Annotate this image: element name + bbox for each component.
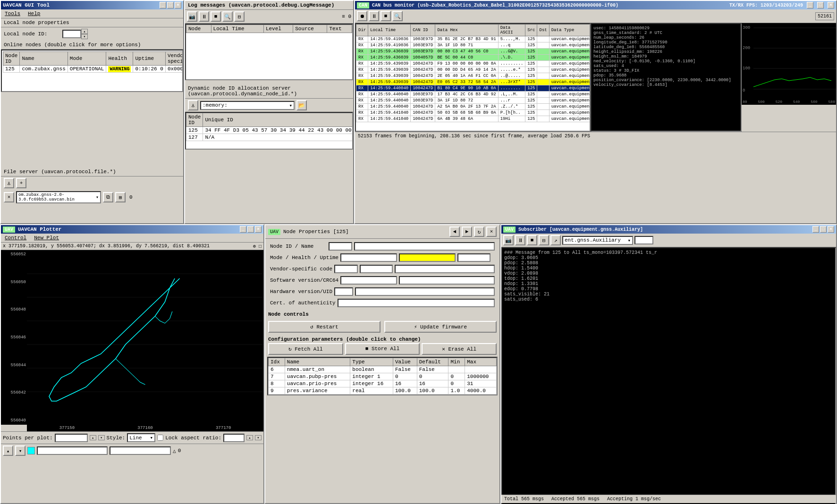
table-row[interactable]: RX 14:25:59.440040 1004247D B1 80 C4 9E … bbox=[356, 85, 591, 92]
close-btn[interactable]: × bbox=[175, 2, 181, 8]
vendor-hex-field[interactable]: 0x0000 bbox=[360, 265, 393, 273]
software-crc-field[interactable]: 0xee2cdd71560b837b bbox=[399, 276, 495, 285]
control-menu[interactable]: Control bbox=[3, 235, 28, 241]
memory-dropdown[interactable]: :memory: ▾ bbox=[200, 101, 295, 110]
sub-camera-btn[interactable]: 📷 bbox=[503, 235, 514, 245]
sub-fwd-btn[interactable]: ↗ bbox=[550, 235, 561, 245]
plot-color-btn[interactable] bbox=[27, 447, 35, 454]
file-copy-btn[interactable]: ⧉ bbox=[103, 192, 113, 202]
software-version-field[interactable]: 3.0.0c0761d0 bbox=[340, 276, 397, 285]
points-up[interactable]: ▴ bbox=[90, 435, 96, 440]
log-clear-btn[interactable]: ■ bbox=[211, 11, 221, 22]
table-row[interactable]: RX 14:25:59.439039 1004247D F9 13 00 00 … bbox=[356, 61, 591, 67]
sub-close-btn[interactable]: × bbox=[828, 226, 834, 233]
can-pause-btn[interactable]: ⏸ bbox=[369, 11, 379, 21]
table-row[interactable]: RX 14:25:59.439039 1004247D 2E 05 40 1A … bbox=[356, 73, 591, 79]
plot-field-input[interactable]: msg.latitude_deg_1e8/1e4 bbox=[110, 446, 171, 455]
table-row[interactable]: RX 14:25:59.441040 1004247D 50 03 5B 68 … bbox=[356, 110, 591, 116]
uptime-field[interactable]: 0:10:26 bbox=[457, 253, 490, 262]
plot-type-input[interactable]: uavcan.equipment.gnss.Fix bbox=[37, 446, 108, 455]
local-node-id-input[interactable]: 127 bbox=[62, 30, 81, 38]
table-row[interactable]: RX 14:25:59.441040 1004247D 6A 4B 39 48 … bbox=[356, 116, 591, 122]
sub-filter-btn[interactable]: ⊟ bbox=[539, 235, 549, 245]
sub-pause-btn[interactable]: ⏸ bbox=[515, 235, 525, 245]
can-filter-btn[interactable]: 🔍 bbox=[392, 11, 403, 21]
update-firmware-btn[interactable]: ⚡ Update firmware bbox=[384, 321, 497, 333]
sub-minimize-btn[interactable]: _ bbox=[812, 226, 819, 233]
aspect-up[interactable]: ▴ bbox=[246, 435, 253, 440]
node-id-down-btn[interactable]: ▾ bbox=[81, 34, 88, 39]
plot-down-btn[interactable]: ▾ bbox=[15, 445, 25, 456]
style-dropdown[interactable]: Line ▾ bbox=[127, 433, 155, 442]
node-nav-next[interactable]: ► bbox=[462, 227, 472, 237]
table-row[interactable]: RX 14:25:59.436039 1003E97D 00 80 C3 47 … bbox=[356, 49, 591, 55]
plotter-minimize-btn[interactable]: _ bbox=[240, 226, 246, 233]
table-row[interactable]: 127 N/A bbox=[186, 134, 354, 141]
log-filter-btn[interactable]: ⊟ bbox=[234, 11, 245, 22]
table-row[interactable]: 125 com.zubax.gnss OPERATIONAL WARNING 0… bbox=[3, 66, 184, 73]
help-menu[interactable]: Help bbox=[26, 10, 42, 17]
aspect-down[interactable]: ▾ bbox=[255, 435, 262, 440]
can-maximize-btn[interactable]: □ bbox=[817, 2, 824, 8]
sub-rate-input[interactable]: 100 bbox=[634, 236, 653, 244]
can-record-btn[interactable]: ⏺ bbox=[357, 11, 367, 21]
fetch-all-btn[interactable]: ↻ Fetch All bbox=[268, 343, 343, 355]
can-stop-btn[interactable]: ■ bbox=[380, 11, 391, 21]
table-row[interactable]: 8 uavcan.prio-pres integer 16 16 16 0 31 bbox=[269, 380, 497, 387]
node-nav-close[interactable]: × bbox=[486, 227, 497, 237]
plot-up-btn[interactable]: ▴ bbox=[3, 445, 13, 456]
node-nav-refresh[interactable]: ↻ bbox=[474, 227, 484, 237]
hardware-version-field[interactable]: 2.0 bbox=[334, 287, 353, 296]
lock-aspect-checkbox[interactable] bbox=[157, 435, 163, 441]
node-id-up-btn[interactable]: ▴ bbox=[81, 29, 88, 34]
local-node-id-spinbox[interactable]: 127 ▴ ▾ bbox=[62, 29, 88, 39]
mode-field[interactable]: OPERATIONAL (0) bbox=[340, 253, 397, 262]
node-name-field[interactable]: com.zubax.gnss bbox=[354, 242, 495, 251]
table-row[interactable]: RX 14:25:59.439039 1004247D 00 00 DD D4 … bbox=[356, 67, 591, 73]
cert-field[interactable] bbox=[338, 299, 495, 307]
file-server-add-btn[interactable]: + bbox=[16, 178, 26, 188]
table-row[interactable]: RX 14:25:59.419036 1003E97D 3A 1F 1D 80 … bbox=[356, 42, 591, 49]
health-field[interactable]: WARNING (1) bbox=[399, 253, 456, 262]
vendor-binary-field[interactable]: 0b00000000_00000000 bbox=[395, 265, 495, 273]
file-server-path-dropdown[interactable]: om.zubax.gnss-2.0-3.0.fc69b53.uavcan.bin… bbox=[16, 191, 101, 203]
can-close-btn[interactable]: × bbox=[828, 2, 834, 8]
tools-menu[interactable]: Tools bbox=[3, 10, 22, 17]
sub-maximize-btn[interactable]: □ bbox=[820, 226, 827, 233]
node-id-field[interactable]: 125 bbox=[329, 242, 352, 251]
plotter-close-btn[interactable]: × bbox=[255, 226, 262, 233]
points-down[interactable]: ▾ bbox=[98, 435, 105, 440]
table-row[interactable]: RX 14:25:59.440040 1004247D A2 5A B0 0A … bbox=[356, 104, 591, 110]
memory-pin-btn[interactable]: ⚓ bbox=[188, 100, 198, 110]
table-row[interactable]: 125 34 FF 4F D3 05 43 57 30 34 39 44 22 … bbox=[186, 127, 354, 134]
log-camera-btn[interactable]: 📷 bbox=[187, 11, 197, 22]
table-row[interactable]: RX 14:25:59.440040 1003E97D 17 B3 4C 2C … bbox=[356, 92, 591, 98]
table-row[interactable]: RX 14:25:59.436039 1004057D BE 5C 00 44 … bbox=[356, 55, 591, 61]
memory-open-btn[interactable]: 📂 bbox=[296, 100, 307, 110]
points-input[interactable]: 100000 bbox=[55, 434, 88, 442]
can-minimize-btn[interactable]: _ bbox=[807, 2, 813, 8]
new-plot-menu[interactable]: New Plot bbox=[32, 235, 61, 241]
restart-btn[interactable]: ↺ Restart bbox=[268, 321, 380, 333]
erase-all-btn[interactable]: ✕ Erase All bbox=[422, 343, 497, 355]
table-row[interactable]: 7 uavcan.pubp-pres integer 1 0 0 0 10000… bbox=[269, 373, 497, 380]
file-server-pin-btn[interactable]: ⚓ bbox=[4, 178, 14, 188]
maximize-btn[interactable]: □ bbox=[167, 2, 174, 8]
file-paste-btn[interactable]: ⊞ bbox=[115, 192, 126, 202]
sub-clear-btn[interactable]: ■ bbox=[527, 235, 537, 245]
plotter-maximize-btn[interactable]: □ bbox=[247, 226, 254, 233]
log-search-btn[interactable]: 🔍 bbox=[222, 11, 233, 22]
table-row[interactable]: RX 14:25:59.439039 1004247D E0 05 C2 33 … bbox=[356, 79, 591, 85]
table-row[interactable]: RX 14:25:59.440040 1003E97D 3A 1F 1D 80 … bbox=[356, 98, 591, 104]
minimize-btn[interactable]: _ bbox=[160, 2, 166, 8]
table-row[interactable]: 6 nmea.uart_on boolean False False bbox=[269, 366, 497, 373]
sub-type-dropdown[interactable]: ent.gnss.Auxiliary ▾ bbox=[562, 236, 633, 245]
file-server-remove-btn[interactable]: × bbox=[4, 192, 14, 202]
node-nav-prev[interactable]: ◄ bbox=[449, 227, 460, 237]
table-row[interactable]: 9 pres.variance real 100.0 100.0 1.0 400… bbox=[269, 387, 497, 395]
store-all-btn[interactable]: ■ Store All bbox=[345, 343, 420, 355]
aspect-input[interactable]: 1.000 bbox=[223, 434, 245, 442]
log-pause-btn[interactable]: ⏸ bbox=[199, 11, 209, 22]
table-row[interactable]: RX 14:25:59.419036 1003E97D 35 B1 2E 2C … bbox=[356, 36, 591, 42]
hardware-uid-field[interactable]: 34 ff d3 05 43 57 30 34 39 44 22 43 00 0… bbox=[355, 287, 495, 296]
